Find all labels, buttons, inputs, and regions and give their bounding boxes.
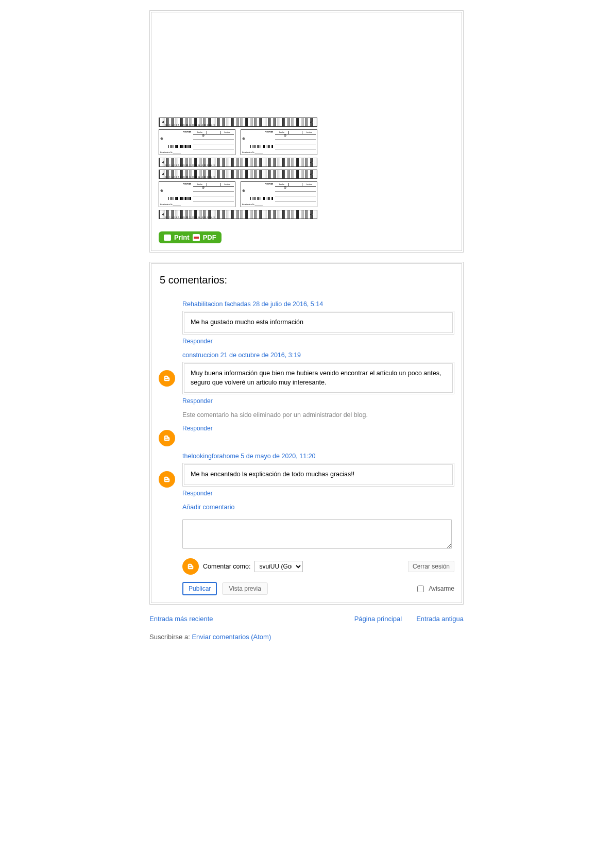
comment-text: Me ha gustado mucho esta información: [182, 311, 454, 335]
comment-timestamp-link[interactable]: 5 de mayo de 2020, 11:20: [241, 453, 315, 460]
pdf-icon: [193, 234, 200, 241]
blogger-icon: [163, 374, 171, 382]
comment-form: Comentar como: svuiUU (Google Cerrar ses…: [182, 519, 454, 595]
subscribe-lead: Suscribirse a:: [149, 633, 192, 641]
col-fecha: Fecha: [193, 131, 207, 134]
print-label: Print: [174, 233, 190, 241]
comment-timestamp-link[interactable]: 28 de julio de 2016, 5:14: [252, 301, 323, 308]
print-icon: [164, 235, 171, 241]
target-icon: [160, 137, 163, 141]
target-icon: [207, 131, 221, 134]
fissure-card: FISUR⊕S Fisurómetro Nº ________ Fecha Le…: [241, 129, 317, 155]
comment-item-removed: Este comentario ha sido eliminado por un…: [159, 411, 454, 446]
ruler-strip: [159, 170, 317, 179]
notify-checkbox[interactable]: [417, 586, 424, 592]
preview-button[interactable]: Vista previa: [222, 582, 267, 595]
blogger-icon: [163, 434, 171, 442]
avatar: [159, 370, 175, 387]
comment-author-link[interactable]: construccion: [182, 352, 218, 359]
comment-item: Rehabilitacion fachadas 28 de julio de 2…: [159, 301, 454, 345]
comment-timestamp-link[interactable]: 21 de octubre de 2016, 3:19: [220, 352, 301, 359]
ruler-strip: [159, 210, 317, 219]
avatar: [182, 558, 199, 575]
reply-link[interactable]: Responder: [182, 490, 213, 497]
fissure-card-row: FISUR⊕S Fisurómetro Nº ________ Fecha Le…: [159, 181, 317, 207]
comments-title: 5 comentarios:: [160, 274, 454, 286]
ruler-template-figure: FISUR⊕S Fisurómetro Nº ________ Fecha Le…: [159, 118, 317, 219]
comment-meta: construccion 21 de octubre de 2016, 3:19: [182, 352, 454, 359]
comment-text: Me ha encantado la explicación de todo m…: [182, 463, 454, 487]
identity-label: Comentar como:: [203, 563, 250, 570]
ruler-strip: [159, 158, 317, 167]
col-lectura: Lectura: [220, 131, 234, 134]
fissure-card: FISUR⊕S Fisurómetro Nº ________ Fecha Le…: [159, 181, 235, 207]
fissure-card: FISUR⊕S Fisurómetro Nº ________ Fecha Le…: [241, 181, 317, 207]
comment-removed-text: Este comentario ha sido eliminado por un…: [182, 411, 454, 419]
comment-item: thelookingforahome 5 de mayo de 2020, 11…: [159, 453, 454, 497]
fissure-card: FISUR⊕S Fisurómetro Nº ________ Fecha Le…: [159, 129, 235, 155]
publish-button[interactable]: Publicar: [182, 582, 217, 595]
comment-meta: Rehabilitacion fachadas 28 de julio de 2…: [182, 301, 454, 308]
notify-text: Avisarme: [429, 585, 454, 592]
ruler-strip: [159, 118, 317, 127]
notify-checkbox-label[interactable]: Avisarme: [415, 584, 454, 594]
post-card: FISUR⊕S Fisurómetro Nº ________ Fecha Le…: [149, 10, 464, 253]
fissure-card-row: FISUR⊕S Fisurómetro Nº ________ Fecha Le…: [159, 129, 317, 155]
identity-row: Comentar como: svuiUU (Google Cerrar ses…: [182, 558, 454, 575]
target-icon: [160, 189, 163, 193]
newer-post-link[interactable]: Entrada más reciente: [149, 615, 213, 623]
print-pdf-button[interactable]: Print PDF: [159, 231, 222, 243]
serial-label: Fisurómetro Nº ________: [160, 152, 191, 154]
subscribe-link[interactable]: Enviar comentarios (Atom): [192, 633, 271, 641]
comment-author-link[interactable]: thelookingforahome: [182, 453, 239, 460]
comment-item: construccion 21 de octubre de 2016, 3:19…: [159, 352, 454, 405]
identity-select[interactable]: svuiUU (Google: [254, 561, 303, 572]
barcode: [168, 145, 191, 148]
reply-link[interactable]: Responder: [182, 338, 213, 345]
blogger-icon: [163, 475, 171, 483]
target-icon: [242, 137, 245, 141]
form-actions: Publicar Vista previa Avisarme: [182, 582, 454, 595]
add-comment-link[interactable]: Añadir comentario: [182, 504, 454, 511]
reply-link[interactable]: Responder: [182, 425, 213, 432]
comment-textarea[interactable]: [182, 519, 452, 549]
signout-button[interactable]: Cerrar sesión: [408, 561, 454, 572]
subscribe-block: Suscribirse a: Enviar comentarios (Atom): [147, 633, 466, 641]
blogger-icon: [186, 562, 195, 571]
comments-card: 5 comentarios: Rehabilitacion fachadas 2…: [149, 262, 464, 605]
comment-text: Muy buena información que bien me hubier…: [182, 362, 454, 394]
avatar: [159, 430, 175, 446]
avatar: [159, 471, 175, 488]
target-icon: [242, 189, 245, 193]
older-post-link[interactable]: Entrada antigua: [416, 615, 464, 623]
reply-link[interactable]: Responder: [182, 397, 213, 405]
pdf-label: PDF: [203, 233, 216, 241]
brand-label: FISUR⊕S: [160, 131, 191, 133]
comment-author-link[interactable]: Rehabilitacion fachadas: [182, 301, 251, 308]
post-media-spacer: [159, 20, 454, 118]
comment-meta: thelookingforahome 5 de mayo de 2020, 11…: [182, 453, 454, 460]
home-link[interactable]: Página principal: [354, 615, 402, 623]
post-nav: Entrada más reciente Página principal En…: [147, 614, 466, 624]
